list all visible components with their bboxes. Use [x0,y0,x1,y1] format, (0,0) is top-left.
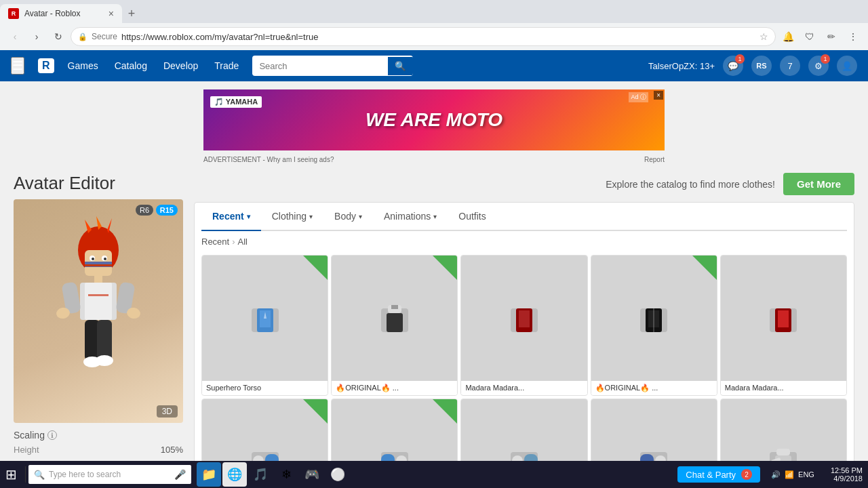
friends-count[interactable]: 7 [780,56,800,76]
username-display: TalserOpZX: 13+ [648,61,715,71]
scaling-section: Scaling ℹ Height 105% [14,430,183,455]
svg-rect-22 [88,294,108,296]
svg-rect-10 [85,264,112,266]
robux-icon[interactable]: RS [751,56,772,76]
r15-badge[interactable]: R15 [156,205,178,216]
tab-close-btn[interactable]: × [108,8,114,19]
catalog-promo-text: Explore the catalog to find more clothes… [606,179,775,190]
nav-games[interactable]: Games [68,60,98,71]
get-more-button[interactable]: Get More [783,173,854,195]
ad-close-btn[interactable]: × [654,91,663,100]
tab-body[interactable]: Body ▾ [323,203,373,230]
taskbar: ⊞ 🔍 Type here to search 🎤 📁 🌐 🎵 ❄ 🎮 ⚪ Ch… [0,461,868,488]
hamburger-menu[interactable]: ☰ [11,57,24,75]
tab-favicon: R [8,8,19,19]
network-icon: 📶 [785,470,794,479]
svg-point-8 [104,258,106,260]
taskbar-explorer[interactable]: 📁 [197,462,221,487]
item-card-1[interactable]: 🔥ORIGINAL🔥 ... [331,255,458,396]
profile-icon[interactable]: 👤 [837,56,857,76]
nav-develop[interactable]: Develop [163,60,198,71]
taskbar-app6[interactable]: ⚪ [326,462,350,487]
taskbar-app5[interactable]: 🎮 [300,462,324,487]
adblock-icon[interactable]: 🛡 [800,27,819,46]
avatar-panel: Avatar Editor [14,173,183,488]
item-label-4: Madara Madara... [721,381,846,394]
tab-outfits[interactable]: Outfits [448,203,496,230]
item-card-2[interactable]: Madara Madara... [460,255,587,396]
start-icon: ⊞ [5,466,17,483]
chat-party-badge: 2 [741,469,752,480]
breadcrumb-recent[interactable]: Recent [201,237,229,247]
item-label-3: 🔥ORIGINAL🔥 ... [591,381,717,395]
item-card-0[interactable]: Superhero Torso [201,255,328,396]
ad-inner: 🎵 YAMAHA WE ARE MOTO Ad ⓘ × [203,89,665,150]
chat-party-btn[interactable]: Chat & Party 2 [677,466,760,483]
avatar-figure [47,213,149,409]
right-panel: Explore the catalog to find more clothes… [194,173,854,488]
header-search-input[interactable] [252,58,388,74]
item-img-1 [332,256,457,381]
taskbar-search-icon: 🔍 [34,470,45,480]
edit-icon[interactable]: ✏ [822,27,841,46]
taskbar-time: 12:56 PM [831,466,863,474]
ad-banner: 🎵 YAMAHA WE ARE MOTO Ad ⓘ × [203,89,665,150]
address-bar[interactable]: 🔒 Secure https://www.roblox.com/my/avata… [71,27,776,46]
taskbar-search-box[interactable]: 🔍 Type here to search 🎤 [28,465,191,484]
page-title: Avatar Editor [14,173,183,194]
roblox-logo[interactable]: R [38,58,54,73]
item-card-4[interactable]: Madara Madara... [720,255,847,396]
taskbar-app-icons: 📁 🌐 🎵 ❄ 🎮 ⚪ [191,462,355,487]
breadcrumb-separator: › [232,237,235,247]
catalog-promo: Explore the catalog to find more clothes… [194,173,854,195]
item-svg-2 [504,298,545,339]
green-corner-1 [433,256,457,280]
svg-point-21 [96,355,113,366]
taskbar-clock: 12:56 PM 4/9/2018 [825,466,868,483]
back-button[interactable]: ‹ [5,27,24,46]
avatar-viewer: R6 R15 3D [14,199,183,423]
r6-badge[interactable]: R6 [136,205,153,216]
ad-report[interactable]: Report [644,156,665,163]
settings-icon[interactable]: ⚙ 1 [808,56,829,76]
extensions-icon[interactable]: 🔔 [778,27,797,46]
breadcrumb-all[interactable]: All [238,237,248,247]
menu-icon[interactable]: ⋮ [844,27,863,46]
svg-rect-40 [778,310,789,327]
scaling-info-icon[interactable]: ℹ [47,430,57,440]
taskbar-app3[interactable]: 🎵 [248,462,273,487]
header-right: TalserOpZX: 13+ 💬 1 RS 7 ⚙ 1 👤 [648,56,857,76]
browser-nav-icons: 🔔 🛡 ✏ ⋮ [778,27,863,46]
nav-catalog[interactable]: Catalog [115,60,147,71]
chat-icon[interactable]: 💬 1 [723,56,743,76]
tab-title: Avatar - Roblox [24,9,80,18]
items-grid: Superhero Torso 🔥ORIGINAL🔥 ... [201,255,847,488]
tab-clothing[interactable]: Clothing ▾ [261,203,323,230]
taskbar-chrome[interactable]: 🌐 [222,462,247,487]
volume-icon: 🔊 [771,470,781,479]
tab-animations[interactable]: Animations ▾ [373,203,448,230]
active-tab[interactable]: R Avatar - Roblox × [0,4,122,23]
tabs-container: Recent ▾ Clothing ▾ Body ▾ Animations ▾ … [194,202,854,488]
item-card-3[interactable]: 🔥ORIGINAL🔥 ... [591,255,717,396]
3d-badge[interactable]: 3D [157,405,178,418]
tab-recent[interactable]: Recent ▾ [201,203,261,231]
nav-bar: ‹ › ↻ 🔒 Secure https://www.roblox.com/my… [0,23,868,50]
taskbar-app4[interactable]: ❄ [274,462,298,487]
nav-trade[interactable]: Trade [214,60,239,71]
header-search-box[interactable]: 🔍 [252,56,413,76]
url-display[interactable]: https://www.roblox.com/my/avatar?nl=true… [121,32,755,42]
green-corner-0 [303,256,328,280]
new-tab-btn[interactable]: + [122,4,141,23]
ad-brand: 🎵 YAMAHA [210,96,262,108]
forward-button[interactable]: › [27,27,46,46]
bookmark-icon[interactable]: ☆ [760,31,768,42]
chat-badge: 1 [735,54,745,64]
svg-rect-33 [519,310,530,327]
header-search-button[interactable]: 🔍 [388,57,413,75]
start-button[interactable]: ⊞ [0,461,22,488]
settings-badge: 1 [821,54,830,64]
reload-button[interactable]: ↻ [49,27,68,46]
recent-chevron-icon: ▾ [247,213,250,220]
ad-text: WE ARE MOTO [366,109,502,131]
